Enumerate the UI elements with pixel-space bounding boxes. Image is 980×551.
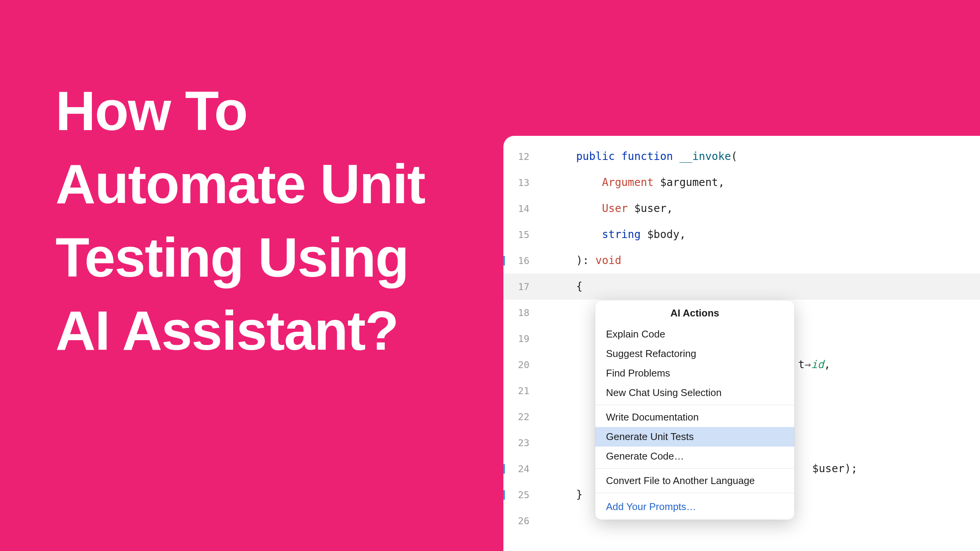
ai-action-generate-unit-tests[interactable]: Generate Unit Tests — [595, 427, 794, 447]
gutter-marker — [503, 464, 505, 474]
line-number: 26 — [503, 516, 538, 526]
gutter-marker — [503, 490, 505, 500]
popup-title: AI Actions — [595, 300, 794, 324]
code-content: User $user, — [538, 203, 673, 214]
code-content: Argument $argument, — [538, 177, 725, 188]
ai-action-convert-file-to-another-language[interactable]: Convert File to Another Language — [595, 471, 794, 491]
ai-actions-popup: AI Actions Explain CodeSuggest Refactori… — [595, 300, 794, 520]
line-number: 17 — [503, 282, 538, 292]
code-tail: $user); — [806, 463, 858, 474]
line-number: 20 — [503, 360, 538, 370]
code-content: public function __invoke( — [538, 151, 737, 162]
code-content: ): void — [538, 255, 621, 266]
code-line[interactable]: 17{ — [503, 274, 980, 300]
popup-divider — [595, 468, 794, 469]
add-your-prompts-link[interactable]: Add Your Prompts… — [595, 496, 794, 520]
ai-action-suggest-refactoring[interactable]: Suggest Refactoring — [595, 344, 794, 364]
line-number: 22 — [503, 412, 538, 422]
code-line[interactable]: 15 string $body, — [503, 222, 980, 248]
code-line[interactable]: 14 User $user, — [503, 196, 980, 222]
code-content: } — [538, 489, 583, 500]
popup-divider — [595, 493, 794, 493]
code-line[interactable]: 13 Argument $argument, — [503, 170, 980, 196]
line-number: 12 — [503, 152, 538, 161]
line-number: 24 — [503, 464, 538, 474]
line-number: 15 — [503, 230, 538, 240]
line-number: 23 — [503, 438, 538, 448]
line-number: 14 — [503, 204, 538, 214]
code-line[interactable]: 12public function __invoke( — [503, 143, 980, 170]
ai-action-find-problems[interactable]: Find Problems — [595, 364, 794, 383]
code-content: { — [538, 281, 583, 292]
line-number: 21 — [503, 386, 538, 396]
line-number: 25 — [503, 490, 538, 500]
code-content: string $body, — [538, 229, 686, 240]
page-headline: How ToAutomate UnitTesting UsingAI Assis… — [56, 75, 425, 368]
gutter-marker — [503, 256, 505, 266]
ai-action-write-documentation[interactable]: Write Documentation — [595, 408, 794, 427]
ai-action-new-chat-using-selection[interactable]: New Chat Using Selection — [595, 383, 794, 403]
ai-action-generate-code[interactable]: Generate Code… — [595, 447, 794, 466]
line-number: 19 — [503, 334, 538, 344]
popup-divider — [595, 405, 794, 405]
code-editor-panel: 12public function __invoke(13 Argument $… — [503, 136, 980, 551]
line-number: 18 — [503, 308, 538, 318]
ai-action-explain-code[interactable]: Explain Code — [595, 324, 794, 344]
line-number: 16 — [503, 256, 538, 266]
code-line[interactable]: 16): void — [503, 248, 980, 274]
code-tail: t→id, — [798, 359, 830, 370]
line-number: 13 — [503, 178, 538, 187]
